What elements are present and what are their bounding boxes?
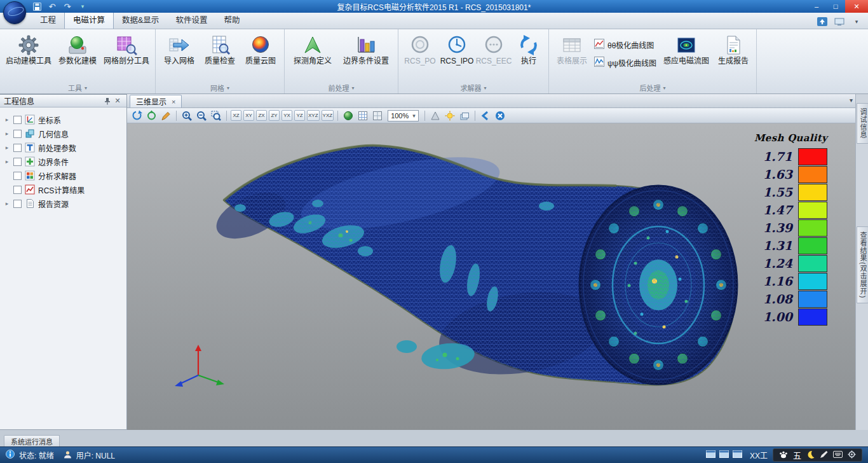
redo-button[interactable]: ↷ [62, 1, 72, 11]
zoom-out-icon[interactable] [195, 109, 208, 122]
view-orientation-button[interactable]: XY [243, 110, 254, 121]
help-menu-caret[interactable]: ▾ [850, 15, 863, 28]
generate-report-button[interactable]: 生成报告 [714, 32, 753, 67]
tree-item-geometry-info[interactable]: ▸ 几何信息 [3, 127, 124, 141]
orbit-rotate-icon[interactable] [130, 109, 143, 122]
grid-view-icon[interactable] [371, 109, 384, 122]
undo-button[interactable]: ↶ [47, 1, 57, 11]
probe-angle-button[interactable]: 探测角定义 [288, 32, 337, 67]
group-title-mesh: 网格 ▾ [156, 83, 284, 93]
tray-window-icon[interactable] [706, 450, 715, 460]
tray-window-icon[interactable] [719, 450, 729, 460]
parametric-modeling-button[interactable]: 参数化建模 [54, 32, 101, 67]
minimize-button[interactable]: – [807, 0, 826, 13]
zoom-window-icon[interactable] [210, 109, 222, 122]
quality-check-button[interactable]: 质量检查 [200, 32, 240, 67]
tree-item-report-resources[interactable]: ▸ 报告资源 [3, 197, 124, 211]
zoom-level-select[interactable]: 100% ▾ [388, 110, 419, 121]
view-orientation-button[interactable]: XZ [231, 110, 241, 121]
wireframe-view-icon[interactable] [356, 109, 369, 122]
rcs-eec-button[interactable]: RCS_EEC [475, 32, 512, 67]
close-button[interactable]: ✕ [845, 0, 868, 13]
tree-checkbox[interactable] [13, 116, 22, 124]
tree-item-boundary-conditions[interactable]: ▸ 边界条件 [3, 155, 124, 169]
app-logo-icon[interactable] [3, 1, 26, 24]
display-settings-icon[interactable] [833, 15, 846, 28]
ime-pen-icon[interactable] [820, 450, 828, 460]
tab-overflow-caret[interactable]: ▾ [850, 97, 853, 104]
ime-keyboard-icon[interactable] [833, 451, 843, 460]
import-mesh-button[interactable]: 导入网格 [159, 32, 200, 67]
layers-icon[interactable] [458, 109, 471, 122]
ime-fullhalf-moon-icon[interactable] [806, 450, 815, 460]
pan-icon[interactable] [145, 109, 158, 122]
tab-close-icon[interactable]: × [172, 98, 175, 106]
mesh-partition-tool-button[interactable]: 网格剖分工具 [101, 32, 152, 67]
rcs-po-button[interactable]: RCS_PO [402, 32, 438, 67]
maximize-button[interactable]: □ [826, 0, 845, 13]
tree-checkbox[interactable] [13, 158, 22, 166]
shaded-view-icon[interactable] [342, 109, 355, 122]
quality-cloud-button[interactable]: 质量云图 [240, 32, 281, 67]
induction-current-map-button[interactable]: 感应电磁流图 [659, 32, 714, 67]
expand-arrow-icon[interactable]: ▸ [4, 158, 10, 165]
tab-em-computation[interactable]: 电磁计算 [64, 10, 114, 29]
tab-software-settings[interactable]: 软件设置 [167, 11, 215, 29]
tree-checkbox[interactable] [13, 172, 22, 180]
ime-mode-toggle[interactable]: 五 [793, 449, 801, 461]
back-arrow-icon[interactable] [479, 109, 492, 122]
stop-close-icon[interactable] [494, 109, 506, 122]
launch-modeling-tool-button[interactable]: 启动建模工具 [3, 32, 54, 67]
tree-item-analysis-solver[interactable]: 分析求解器 [3, 169, 124, 183]
zoom-in-icon[interactable] [180, 109, 193, 122]
rcs-ipo-button[interactable]: RCS_IPO [438, 32, 475, 67]
tree-checkbox[interactable] [13, 130, 22, 138]
tree-item-preprocess-params[interactable]: ▸ 前处理参数 [3, 141, 124, 155]
light-icon[interactable] [444, 109, 456, 122]
expand-arrow-icon[interactable]: ▸ [4, 200, 10, 207]
group-dialog-launcher[interactable]: ▾ [484, 85, 486, 91]
boundary-settings-button[interactable]: 边界条件设置 [337, 32, 395, 67]
group-dialog-launcher[interactable]: ▾ [351, 85, 354, 91]
view-orientation-button[interactable]: ZY [269, 110, 280, 121]
save-button[interactable] [32, 1, 42, 11]
group-dialog-launcher[interactable]: ▾ [85, 85, 87, 91]
ime-paw-icon[interactable] [779, 450, 788, 460]
group-dialog-launcher[interactable]: ▾ [227, 85, 229, 91]
tree-checkbox[interactable] [13, 186, 22, 194]
tab-data-display[interactable]: 数据&显示 [114, 11, 167, 29]
panel-close-icon[interactable]: ✕ [112, 96, 123, 106]
theta-polarization-curve-button[interactable]: θθ极化曲线图 [594, 39, 656, 50]
ime-settings-gear-icon[interactable] [848, 450, 856, 460]
tray-window-icon[interactable] [733, 450, 742, 460]
debug-info-collapsed-tab[interactable]: 调试信息 [857, 103, 868, 144]
view-orientation-button[interactable]: YX [281, 110, 292, 121]
view-results-collapsed-tab[interactable]: 查看结果(双击展开) [857, 226, 868, 303]
view-orientation-button[interactable]: YZ [294, 110, 305, 121]
tab-project[interactable]: 工程 [32, 11, 64, 29]
execute-button[interactable]: 执行 [512, 32, 545, 67]
collapse-panel-icon[interactable] [816, 15, 829, 28]
view-orientation-button[interactable]: ZX [256, 110, 267, 121]
pin-icon[interactable] [102, 96, 112, 106]
expand-arrow-icon[interactable]: ▸ [4, 130, 10, 137]
expand-arrow-icon[interactable]: ▸ [4, 144, 10, 151]
ribbon-group-mesh: 导入网格 质量检查 [156, 29, 285, 93]
quick-access-dropdown[interactable]: ▾ [78, 1, 88, 11]
viewport-canvas[interactable]: Mesh Quality 1.71 1.63 1.55 1.47 1.39 1.… [127, 123, 855, 430]
perspective-icon[interactable] [429, 109, 442, 122]
tab-3d-display[interactable]: 三维显示 × [130, 95, 182, 107]
view-orientation-button[interactable]: YXZ [322, 110, 334, 121]
expand-arrow-icon[interactable]: ▸ [4, 116, 10, 123]
edit-pencil-icon[interactable] [159, 109, 172, 122]
view-orientation-button[interactable]: XYZ [307, 110, 320, 121]
tree-checkbox[interactable] [13, 200, 22, 208]
tree-item-coordinate-system[interactable]: ▸ 坐标系 [3, 113, 124, 127]
tab-help[interactable]: 帮助 [215, 11, 248, 29]
psi-polarization-curve-button[interactable]: ψψ极化曲线图 [594, 57, 656, 68]
tree-checkbox[interactable] [13, 144, 22, 152]
system-messages-tab[interactable]: 系统运行消息 [4, 435, 60, 446]
table-display-button[interactable]: 表格展示 [552, 32, 592, 67]
group-dialog-launcher[interactable]: ▾ [663, 85, 666, 91]
tree-item-rcs-results[interactable]: RCS计算结果 [3, 183, 124, 197]
